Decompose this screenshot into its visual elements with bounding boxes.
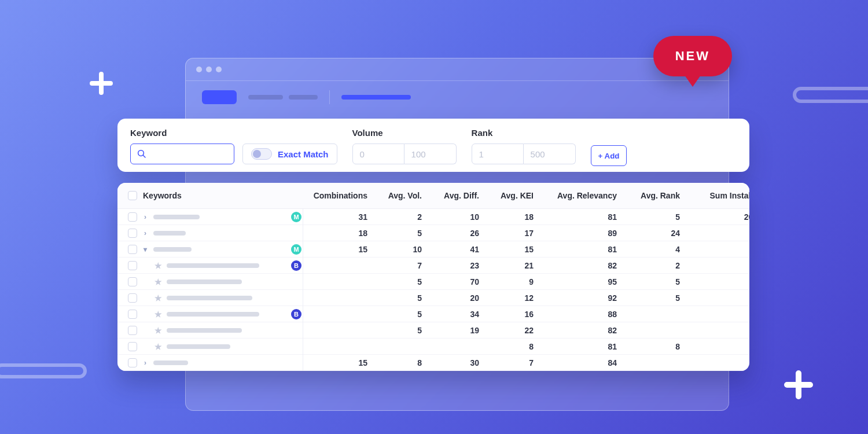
keyword-placeholder — [167, 279, 242, 284]
keyword-cell: ★B — [128, 260, 301, 271]
keyword-cell: ›M — [128, 212, 301, 222]
table-row[interactable]: ★B723218226 — [117, 258, 749, 274]
keyword-placeholder — [153, 231, 186, 236]
table-row[interactable]: ›185261789240 — [117, 225, 749, 241]
cell-avg-kei: 22 — [481, 326, 534, 335]
row-checkbox[interactable] — [128, 229, 137, 238]
cell-avg-vol: 2 — [370, 212, 422, 222]
bg-tab-placeholder — [248, 95, 283, 100]
cell-avg-kei: 7 — [481, 358, 534, 367]
col-header-sum-installs[interactable]: Sum Installs — [682, 191, 749, 200]
cell-avg-kei: 21 — [481, 261, 534, 270]
cell-avg-relevancy: 89 — [536, 229, 617, 238]
rank-label: Rank — [472, 128, 576, 138]
col-header-combinations[interactable]: Combinations — [304, 191, 367, 200]
row-checkbox[interactable] — [128, 277, 137, 286]
volume-min-input[interactable]: 0 — [352, 144, 404, 164]
star-icon[interactable]: ★ — [155, 326, 162, 335]
col-header-avg-rank[interactable]: Avg. Rank — [619, 191, 680, 200]
table-row[interactable]: ›15830784 — [117, 355, 749, 371]
col-header-avg-vol[interactable]: Avg. Vol. — [370, 191, 422, 200]
cell-avg-diff: 23 — [424, 261, 479, 270]
star-icon[interactable]: ★ — [155, 310, 162, 319]
cell-sum-installs: 6 — [682, 261, 749, 270]
chevron-right-icon[interactable]: › — [142, 213, 149, 221]
star-icon[interactable]: ★ — [155, 293, 162, 303]
row-checkbox[interactable] — [128, 310, 137, 319]
chevron-right-icon[interactable]: › — [142, 359, 149, 367]
keyword-placeholder — [167, 312, 259, 317]
cell-combinations: 15 — [304, 245, 367, 254]
keyword-cell: ★ — [128, 293, 301, 303]
badge-m: M — [291, 212, 301, 222]
cell-avg-kei: 8 — [481, 342, 534, 351]
keyword-placeholder — [167, 296, 252, 300]
table-row[interactable]: ★88180 — [117, 339, 749, 355]
bg-tab-placeholder — [289, 95, 318, 100]
bg-tab-placeholder — [341, 95, 411, 100]
chevron-right-icon[interactable]: › — [142, 229, 149, 237]
cell-sum-installs: 0 — [682, 293, 749, 303]
cell-avg-diff: 70 — [424, 277, 479, 286]
exact-match-label: Exact Match — [278, 149, 329, 159]
star-icon[interactable]: ★ — [155, 261, 162, 270]
cell-avg-relevancy: 95 — [536, 277, 617, 286]
chevron-down-icon[interactable]: ▾ — [142, 245, 149, 253]
row-checkbox[interactable] — [128, 245, 137, 254]
cell-combinations: 15 — [304, 358, 367, 367]
cell-avg-vol: 10 — [370, 245, 422, 254]
row-checkbox[interactable] — [128, 261, 137, 270]
keyword-cell: › — [128, 229, 301, 238]
col-header-avg-relevancy[interactable]: Avg. Relevancy — [536, 191, 617, 200]
table-row[interactable]: ★51922820 — [117, 322, 749, 339]
row-checkbox[interactable] — [128, 326, 137, 335]
search-icon — [137, 149, 147, 159]
add-filter-button[interactable]: + Add — [591, 145, 627, 166]
rank-min-input[interactable]: 1 — [472, 144, 524, 164]
window-dot — [206, 67, 212, 72]
cell-avg-rank: 5 — [619, 212, 680, 222]
exact-match-toggle[interactable]: Exact Match — [242, 144, 337, 164]
table-row[interactable]: ▾M151041158146 — [117, 241, 749, 258]
volume-max-input[interactable]: 100 — [404, 144, 457, 164]
table-row[interactable]: ›M3121018815200 — [117, 209, 749, 225]
toggle-switch[interactable] — [251, 148, 272, 160]
bg-tab-active — [202, 90, 237, 104]
row-checkbox[interactable] — [128, 358, 137, 367]
keyword-placeholder — [167, 344, 230, 349]
cell-sum-installs: 0 — [682, 229, 749, 238]
cell-avg-vol: 5 — [370, 229, 422, 238]
cell-avg-vol: 5 — [370, 277, 422, 286]
keyword-filter-group: Keyword Exact Match — [130, 128, 337, 164]
cell-avg-relevancy: 82 — [536, 326, 617, 335]
keyword-search-input[interactable] — [130, 144, 234, 164]
select-all-checkbox[interactable] — [128, 191, 137, 200]
cell-avg-diff: 34 — [424, 310, 479, 319]
plus-icon — [90, 72, 113, 95]
cell-avg-kei: 9 — [481, 277, 534, 286]
row-checkbox[interactable] — [128, 342, 137, 351]
col-header-avg-kei[interactable]: Avg. KEI — [481, 191, 534, 200]
cell-avg-diff: 19 — [424, 326, 479, 335]
cell-avg-relevancy: 81 — [536, 342, 617, 351]
cell-avg-vol: 8 — [370, 358, 422, 367]
table-header-row: Keywords Combinations Avg. Vol. Avg. Dif… — [117, 183, 749, 209]
row-checkbox[interactable] — [128, 212, 137, 222]
keyword-placeholder — [153, 361, 188, 365]
cell-avg-diff: 41 — [424, 245, 479, 254]
star-icon[interactable]: ★ — [155, 277, 162, 286]
table-row[interactable]: ★520129250 — [117, 290, 749, 306]
row-checkbox[interactable] — [128, 293, 137, 303]
table-row[interactable]: ★57099550 — [117, 274, 749, 290]
col-header-keywords[interactable]: Keywords — [128, 191, 301, 200]
cell-avg-diff: 30 — [424, 358, 479, 367]
bg-tab-divider — [329, 90, 330, 104]
star-icon[interactable]: ★ — [155, 342, 162, 351]
cell-avg-vol: 5 — [370, 326, 422, 335]
window-controls — [186, 58, 729, 80]
col-header-avg-diff[interactable]: Avg. Diff. — [424, 191, 479, 200]
cell-avg-relevancy: 81 — [536, 245, 617, 254]
table-row[interactable]: ★B53416880 — [117, 306, 749, 322]
keyword-cell: › — [128, 358, 301, 367]
rank-max-input[interactable]: 500 — [524, 144, 576, 164]
